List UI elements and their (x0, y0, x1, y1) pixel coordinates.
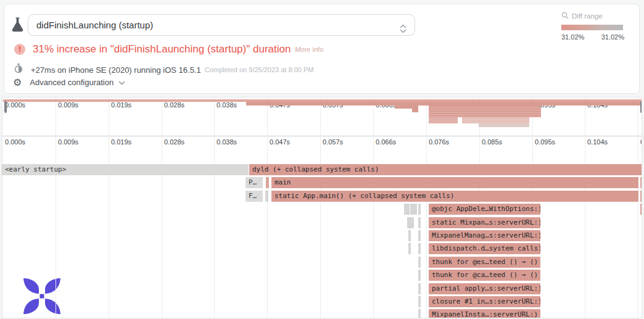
flask-icon (10, 17, 25, 36)
time-gridline (162, 97, 162, 318)
stopwatch-icon (14, 64, 23, 76)
metric-select-value: didFinishLaunching (startup) (36, 20, 153, 30)
flame-bar[interactable]: @objc AppDele…WithOptions:) (429, 204, 540, 215)
flame-bar[interactable]: closure #1 in…s:serverURL:) (429, 296, 540, 307)
flame-bar (404, 204, 410, 215)
flame-bar[interactable]: thunk for @ca…teed () → () (429, 270, 540, 281)
time-gridline (320, 97, 321, 318)
time-gridline (109, 97, 109, 318)
time-gridline (267, 97, 268, 318)
flame-bar (407, 217, 414, 228)
flame-bar[interactable]: static App.main() (+ collapsed system ca… (271, 191, 638, 202)
advanced-configuration-toggle[interactable]: ⚙ Advanced configuration (13, 77, 125, 88)
regression-alert: ! 31% increase in "didFinishLaunching (s… (14, 43, 323, 56)
flame-bar[interactable]: partial apply…s:serverURL:) (429, 283, 540, 294)
time-gridline (426, 97, 427, 318)
flame-bar[interactable]: P… (246, 177, 263, 188)
minimap-tick-label: 0.019s (111, 101, 131, 109)
flame-bar (408, 243, 411, 254)
flame-bar (418, 257, 421, 268)
flame-bar (418, 309, 421, 318)
minimap-segment (479, 123, 529, 127)
minimap-segment (412, 109, 418, 112)
flame-bar[interactable]: libdispatch.d…system calls) (429, 243, 540, 254)
flame-bar[interactable]: F… (246, 191, 263, 202)
axis-tick-label: 0.095s (535, 138, 555, 146)
flame-bar (408, 230, 411, 241)
select-updown-icon (399, 20, 407, 41)
minimap-range-handle[interactable] (4, 101, 7, 113)
flame-bar[interactable]: MixpanelInsta…:serverURL:) (429, 309, 540, 318)
alert-icon: ! (14, 44, 25, 55)
axis-tick-label: 0.028s (164, 138, 184, 146)
flame-bar (418, 270, 421, 281)
chevron-down-icon (118, 77, 125, 88)
flame-chart[interactable]: 0.000s0.000s0.009s0.009s0.019s0.019s0.02… (1, 97, 642, 318)
gear-icon: ⚙ (13, 77, 22, 88)
minimap-tick-label: 0.038s (217, 101, 237, 109)
flame-bar (265, 191, 268, 202)
flame-bar[interactable]: <early startup> (2, 164, 249, 175)
axis-tick-label: 0.019s (111, 138, 131, 146)
advanced-configuration-label: Advanced configuration (30, 78, 114, 87)
axis-tick-label: 0.047s (270, 138, 290, 146)
flame-bar (418, 217, 421, 228)
flame-bar[interactable]: dyld (+ collapsed system calls) (249, 164, 642, 175)
run-summary: +27ms on iPhone SE (2020) running iOS 16… (31, 65, 201, 75)
flame-bar (418, 243, 421, 254)
axis-tick-label: 0.038s (217, 138, 237, 146)
alert-title: 31% increase in "didFinishLaunching (sta… (33, 43, 291, 56)
flame-bar (640, 191, 642, 202)
flame-bar (418, 296, 421, 307)
run-completed-timestamp: Completed on 9/25/2023 at 8:00 PM (205, 66, 314, 73)
flame-bar[interactable]: static Mixpan…s:serverURL:) (429, 217, 540, 228)
flame-bar[interactable]: thunk for @es…teed () → () (429, 257, 540, 268)
axis-tick-label: 0.104s (587, 138, 608, 146)
time-gridline (638, 97, 638, 318)
flame-bar (410, 204, 417, 215)
diff-range-min: 31.02% (561, 33, 584, 41)
axis-tick-label: 0. (640, 138, 642, 146)
minimap-tick-label: 0.028s (164, 101, 184, 109)
flame-bar[interactable]: MixpanelManag…s:serverURL:) (429, 230, 540, 241)
axis-tick-label: 0.076s (429, 138, 449, 146)
time-gridline (373, 97, 374, 318)
time-gridline (2, 97, 3, 318)
minimap-segment (429, 117, 458, 123)
minimap-tick-label: 0.000s (5, 101, 25, 109)
axis-tick-label: 0.057s (323, 138, 343, 146)
time-gridline (214, 97, 215, 318)
flame-bar (418, 204, 421, 215)
diff-range-panel: Diff range 31.02% 31.02% (561, 12, 624, 41)
emerge-logo (21, 277, 63, 318)
flame-bar (640, 177, 642, 188)
time-gridline (56, 97, 56, 318)
minimap-range-handle[interactable] (640, 101, 642, 113)
flame-bar (418, 230, 421, 241)
axis-tick-label: 0.000s (5, 138, 25, 146)
axis-tick-label: 0.009s (58, 138, 78, 146)
zoom-search-icon (561, 12, 569, 20)
diff-range-gradient-bar[interactable] (561, 25, 623, 30)
axis-tick-label: 0.085s (482, 138, 502, 146)
axis-tick-label: 0.066s (376, 138, 396, 146)
flame-bar (418, 283, 421, 294)
flame-bar[interactable]: main (271, 177, 638, 188)
startup-analysis-card: didFinishLaunching (startup) ! 31% incre… (4, 4, 640, 94)
minimap-segment (462, 117, 529, 123)
flame-bar (266, 177, 269, 188)
minimap-separator (2, 136, 642, 136)
metric-select[interactable]: didFinishLaunching (startup) (28, 14, 415, 36)
diff-range-label: Diff range (572, 12, 603, 20)
more-info-link[interactable]: More info (295, 46, 323, 53)
minimap-segment (429, 106, 541, 117)
diff-range-max: 31.02% (601, 33, 624, 41)
run-details: +27ms on iPhone SE (2020) running iOS 16… (14, 64, 313, 76)
flame-bar (640, 204, 642, 215)
time-gridline (585, 97, 585, 318)
minimap-tick-label: 0.009s (58, 101, 78, 109)
